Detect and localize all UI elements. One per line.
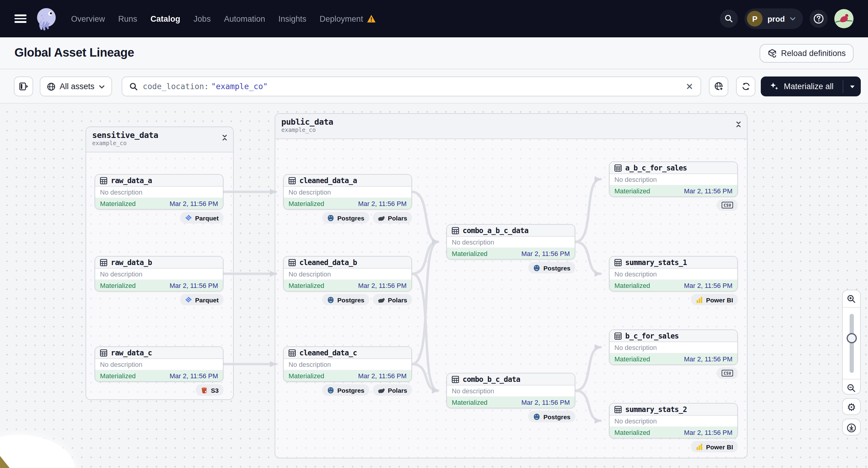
kind-badge-label: Polars: [388, 214, 407, 221]
dagster-logo[interactable]: [34, 6, 59, 31]
asset-node-b-c-for-sales[interactable]: b_c_for_sales No description Materialize…: [609, 330, 738, 365]
asset-scope-dropdown[interactable]: All assets: [40, 76, 112, 96]
nav-item-jobs[interactable]: Jobs: [194, 14, 211, 23]
nav-item-overview[interactable]: Overview: [71, 14, 105, 23]
help-button[interactable]: [810, 10, 828, 28]
materialized-status: Materialized: [288, 200, 324, 207]
kind-badge-label: Postgres: [337, 386, 365, 394]
search-filter-token: code_location:: [143, 82, 209, 91]
asset-node-header[interactable]: raw_data_a: [95, 175, 223, 187]
nav-item-automation[interactable]: Automation: [224, 14, 265, 23]
asset-node-header[interactable]: cleaned_data_c: [284, 347, 411, 359]
asset-status-row[interactable]: Materialized Mar 2, 11:56 PM: [95, 370, 223, 381]
clear-search-icon[interactable]: ✕: [686, 81, 693, 92]
asset-node-header[interactable]: raw_data_b: [95, 257, 223, 269]
table-icon: [452, 376, 459, 383]
kind-badge-polars[interactable]: Polars: [373, 212, 412, 223]
asset-node-summary-stats-1[interactable]: summary_stats_1 No description Materiali…: [609, 256, 738, 291]
postgres-icon: [533, 264, 540, 271]
graph-settings-button[interactable]: ⚙: [843, 399, 860, 415]
asset-node-header[interactable]: b_c_for_sales: [610, 330, 737, 342]
asset-status-row[interactable]: Materialized Mar 2, 11:56 PM: [284, 198, 411, 209]
zoom-in-button[interactable]: [843, 290, 860, 307]
zoom-out-button[interactable]: [843, 379, 860, 396]
asset-node-combo-a-b-c-data[interactable]: combo_a_b_c_data No description Material…: [446, 224, 575, 259]
kind-badge-csv[interactable]: CSV: [717, 367, 738, 379]
add-scope-button[interactable]: [709, 76, 728, 96]
asset-badges: Parquet: [95, 212, 223, 223]
zoom-slider-track[interactable]: [849, 314, 854, 373]
asset-node-header[interactable]: cleaned_data_b: [284, 257, 411, 269]
download-image-button[interactable]: [843, 419, 860, 436]
kind-badge-postgres[interactable]: Postgres: [322, 294, 369, 305]
asset-node-raw-data-c[interactable]: raw_data_c No description Materialized M…: [95, 346, 223, 382]
asset-node-raw-data-b[interactable]: raw_data_b No description Materialized M…: [95, 256, 223, 291]
asset-status-row[interactable]: Materialized Mar 2, 11:56 PM: [610, 427, 737, 438]
asset-node-header[interactable]: combo_a_b_c_data: [447, 225, 575, 237]
asset-name: raw_data_c: [111, 348, 152, 357]
global-search-button[interactable]: [720, 10, 738, 28]
edge-combo-abc-abc-sales: [575, 179, 600, 242]
refresh-graph-button[interactable]: [736, 76, 755, 96]
asset-node-header[interactable]: a_b_c_for_sales: [610, 162, 737, 174]
kind-badge-polars[interactable]: Polars: [373, 384, 412, 396]
zoom-slider-handle[interactable]: [846, 333, 857, 343]
asset-node-header[interactable]: cleaned_data_a: [284, 175, 411, 187]
asset-status-row[interactable]: Materialized Mar 2, 11:56 PM: [447, 397, 575, 408]
materialization-timestamp: Mar 2, 11:56 PM: [684, 429, 733, 436]
asset-node-header[interactable]: summary_stats_2: [610, 404, 737, 415]
toggle-sidebar-button[interactable]: [14, 76, 33, 96]
kind-badge-parquet[interactable]: Parquet: [180, 294, 223, 305]
zoom-slider[interactable]: [843, 308, 860, 379]
asset-status-row[interactable]: Materialized Mar 2, 11:56 PM: [610, 186, 737, 196]
asset-name: cleaned_data_a: [299, 176, 357, 185]
kind-badge-polars[interactable]: Polars: [373, 294, 412, 305]
asset-node-header[interactable]: summary_stats_1: [610, 257, 737, 269]
polars-icon: [378, 296, 385, 303]
hamburger-menu-icon[interactable]: [14, 14, 27, 23]
kind-badge-postgres[interactable]: Postgres: [322, 384, 369, 396]
kind-badge-parquet[interactable]: Parquet: [180, 212, 223, 223]
asset-node-cleaned-data-a[interactable]: cleaned_data_a No description Materializ…: [283, 174, 412, 210]
reload-definitions-button[interactable]: Reload definitions: [759, 44, 854, 63]
asset-status-row[interactable]: Materialized Mar 2, 11:56 PM: [610, 280, 737, 291]
download-icon: [847, 423, 856, 432]
asset-status-row[interactable]: Materialized Mar 2, 11:56 PM: [284, 280, 411, 291]
nav-item-catalog[interactable]: Catalog: [151, 14, 180, 23]
nav-item-insights[interactable]: Insights: [278, 14, 306, 23]
asset-node-a-b-c-for-sales[interactable]: a_b_c_for_sales No description Materiali…: [609, 161, 738, 197]
asset-node-combo-b-c-data[interactable]: combo_b_c_data No description Materializ…: [446, 373, 575, 408]
kind-badge-postgres[interactable]: Postgres: [528, 262, 575, 274]
kind-badge-powerbi[interactable]: Power BI: [691, 441, 738, 453]
asset-status-row[interactable]: Materialized Mar 2, 11:56 PM: [284, 370, 411, 381]
materialization-timestamp: Mar 2, 11:56 PM: [169, 200, 218, 207]
asset-node-header[interactable]: raw_data_c: [95, 347, 223, 359]
materialize-options-caret[interactable]: [843, 76, 861, 96]
asset-name: summary_stats_1: [625, 258, 687, 267]
asset-node-header[interactable]: combo_b_c_data: [447, 373, 575, 385]
asset-status-row[interactable]: Materialized Mar 2, 11:56 PM: [95, 280, 223, 291]
materialize-all-button[interactable]: Materialize all: [761, 76, 843, 96]
asset-name: raw_data_a: [111, 176, 152, 185]
asset-status-row[interactable]: Materialized Mar 2, 11:56 PM: [95, 198, 223, 209]
deployment-switcher[interactable]: P prod: [745, 8, 803, 29]
nav-item-runs[interactable]: Runs: [118, 14, 137, 23]
asset-search-input[interactable]: code_location:"example_co" ✕: [122, 76, 701, 96]
kind-badge-csv[interactable]: CSV: [717, 199, 738, 211]
asset-status-row[interactable]: Materialized Mar 2, 11:56 PM: [447, 248, 575, 259]
asset-node-cleaned-data-c[interactable]: cleaned_data_c No description Materializ…: [283, 346, 412, 382]
kind-badge-postgres[interactable]: Postgres: [528, 411, 575, 422]
materialized-status: Materialized: [288, 372, 324, 379]
asset-node-summary-stats-2[interactable]: summary_stats_2 No description Materiali…: [609, 403, 738, 438]
kind-badge-powerbi[interactable]: Power BI: [691, 294, 738, 305]
asset-node-raw-data-a[interactable]: raw_data_a No description Materialized M…: [95, 174, 223, 210]
kind-badge-postgres[interactable]: Postgres: [322, 212, 369, 223]
asset-node-cleaned-data-b[interactable]: cleaned_data_b No description Materializ…: [283, 256, 412, 291]
kind-badge-label: Postgres: [337, 214, 365, 221]
asset-status-row[interactable]: Materialized Mar 2, 11:56 PM: [610, 353, 737, 365]
user-avatar[interactable]: [834, 9, 854, 28]
lineage-canvas[interactable]: sensitive_data example_co public_data ex…: [0, 103, 868, 468]
kind-badge-label: Postgres: [543, 413, 570, 420]
nav-item-deployment[interactable]: Deployment: [319, 14, 376, 23]
kind-badge-s3[interactable]: S3: [196, 384, 223, 396]
